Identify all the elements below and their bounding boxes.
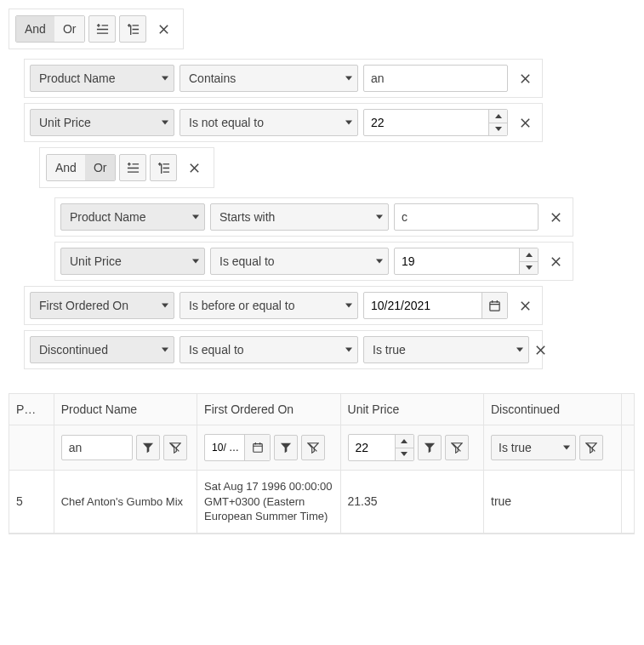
filter-button[interactable] — [274, 435, 298, 460]
delete-rule-button[interactable] — [513, 65, 537, 92]
filter-icon — [424, 442, 436, 454]
close-icon — [519, 72, 532, 85]
col-header-price[interactable]: Unit Price — [340, 394, 483, 425]
operator-picker[interactable]: Is equal to — [210, 248, 389, 275]
add-group-button[interactable] — [119, 15, 146, 43]
filter-cell-id — [9, 425, 54, 471]
operator-picker[interactable]: Is not equal to — [180, 109, 358, 136]
logic-toggle[interactable]: And Or — [15, 15, 85, 43]
value-input[interactable] — [394, 248, 539, 275]
operator-label: Is equal to — [189, 343, 244, 357]
delete-rule-button[interactable] — [534, 336, 547, 363]
value-picker[interactable]: Is true — [363, 336, 529, 363]
close-icon — [550, 211, 562, 224]
delete-group-button[interactable] — [150, 15, 177, 43]
filter-clear-button[interactable] — [579, 435, 603, 460]
filter-button[interactable] — [418, 435, 442, 460]
spin-down[interactable] — [396, 448, 413, 461]
nested-group: And Or Product Name Starts with Unit Pri… — [24, 147, 553, 281]
table-row: 5 Chef Anton's Gumbo Mix Sat Aug 17 1996… — [9, 471, 634, 534]
cell-name: Chef Anton's Gumbo Mix — [54, 471, 197, 534]
cell-date: Sat Aug 17 1996 00:00:00 GMT+0300 (Easte… — [197, 471, 340, 534]
chevron-down-icon — [526, 265, 533, 270]
calendar-button[interactable] — [244, 435, 270, 460]
delete-rule-button[interactable] — [513, 109, 537, 136]
chevron-down-icon — [345, 304, 352, 308]
operator-picker[interactable]: Is equal to — [180, 336, 358, 363]
filter-input-name[interactable] — [61, 435, 133, 460]
spin-up[interactable] — [489, 110, 507, 123]
chevron-down-icon — [376, 260, 383, 264]
filter-icon — [142, 442, 154, 454]
filter-clear-button[interactable] — [163, 435, 187, 460]
chevron-up-icon — [401, 439, 407, 443]
chevron-down-icon — [162, 121, 168, 125]
operator-picker[interactable]: Is before or equal to — [180, 292, 358, 319]
add-expression-icon — [96, 23, 109, 36]
field-picker[interactable]: Product Name — [30, 65, 174, 92]
spin-up[interactable] — [520, 248, 538, 262]
chevron-down-icon — [516, 348, 523, 352]
col-header-discontinued[interactable]: Discontinued — [484, 394, 622, 425]
filter-clear-button[interactable] — [301, 435, 325, 460]
delete-rule-button[interactable] — [544, 203, 567, 231]
calendar-icon — [252, 442, 264, 454]
spin-down[interactable] — [489, 123, 507, 136]
field-label: Unit Price — [39, 116, 91, 129]
spin-down[interactable] — [520, 262, 538, 275]
operator-picker[interactable]: Starts with — [210, 203, 389, 231]
calendar-button[interactable] — [482, 293, 507, 318]
calendar-icon — [488, 300, 501, 312]
delete-rule-button[interactable] — [544, 248, 567, 275]
field-picker[interactable]: First Ordered On — [30, 292, 174, 319]
filter-button[interactable] — [136, 435, 160, 460]
delete-group-button[interactable] — [180, 154, 208, 181]
add-expression-button[interactable] — [88, 15, 116, 43]
add-expression-button[interactable] — [119, 154, 146, 181]
col-header-id[interactable]: P… — [9, 394, 54, 425]
chevron-down-icon — [162, 304, 168, 308]
value-label: Is true — [499, 441, 532, 454]
field-picker[interactable]: Product Name — [60, 203, 205, 231]
field-label: Discontinued — [39, 343, 108, 357]
filter-cell-price — [340, 425, 483, 471]
chevron-down-icon — [345, 348, 352, 352]
operator-label: Is equal to — [219, 254, 275, 268]
operator-label: Starts with — [219, 210, 275, 224]
chevron-down-icon — [376, 215, 383, 220]
chevron-down-icon — [345, 121, 352, 125]
or-button[interactable]: Or — [85, 155, 116, 180]
filter-cell-date — [197, 425, 340, 471]
operator-picker[interactable]: Contains — [180, 65, 358, 92]
add-expression-icon — [127, 162, 140, 174]
filter-rule: Product Name Starts with — [54, 197, 573, 237]
scrollbar-gap — [622, 425, 634, 471]
close-icon — [157, 23, 170, 36]
field-picker[interactable]: Discontinued — [30, 336, 174, 363]
add-group-icon — [157, 162, 170, 174]
col-header-date[interactable]: First Ordered On — [197, 394, 340, 425]
filter-clear-button[interactable] — [445, 435, 469, 460]
spin-up[interactable] — [396, 435, 413, 448]
or-button[interactable]: Or — [54, 16, 85, 42]
value-input[interactable] — [394, 203, 539, 231]
and-button[interactable]: And — [16, 16, 54, 42]
add-group-button[interactable] — [150, 154, 177, 181]
spinner — [488, 110, 507, 135]
col-header-name[interactable]: Product Name — [54, 394, 197, 425]
delete-rule-button[interactable] — [513, 292, 537, 319]
filter-cell-discontinued: Is true — [484, 425, 622, 471]
field-picker[interactable]: Unit Price — [60, 248, 205, 275]
operator-label: Is not equal to — [189, 116, 264, 129]
value-input[interactable] — [363, 65, 508, 92]
group-rules: Product Name Starts with Unit Price Is e… — [39, 197, 584, 281]
and-button[interactable]: And — [47, 155, 85, 180]
logic-toggle[interactable]: And Or — [46, 154, 116, 181]
filter-input-discontinued[interactable]: Is true — [491, 435, 576, 460]
close-icon — [188, 162, 201, 174]
chevron-down-icon — [162, 348, 168, 352]
filter-rule: First Ordered On Is before or equal to — [24, 286, 543, 325]
value-input[interactable] — [363, 109, 508, 136]
field-picker[interactable]: Unit Price — [30, 109, 174, 136]
cell-id: 5 — [9, 471, 54, 534]
